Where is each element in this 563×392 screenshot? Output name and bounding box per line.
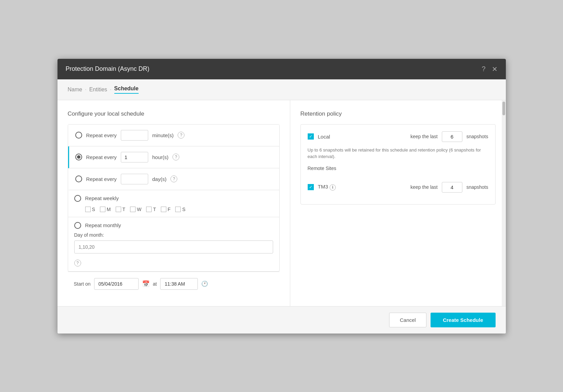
unit-hours: hour(s) [152,154,169,160]
breadcrumb: Name · Entities · Schedule [57,79,506,100]
keep-last-local: keep the last [410,134,437,139]
label-days: Repeat every [86,176,117,182]
schedule-row-monthly: Repeat monthly Day of month: ? [68,217,279,271]
input-hours[interactable] [121,152,148,162]
create-schedule-button[interactable]: Create Schedule [431,313,496,327]
at-label: at [153,281,157,287]
retention-row-local: Local keep the last snapshots [308,131,488,142]
modal-header: Protection Domain (Async DR) ? ✕ [57,59,506,79]
day-item-t1: T [116,207,126,212]
help-minutes[interactable]: ? [178,132,184,139]
cancel-button[interactable]: Cancel [389,313,426,327]
radio-days[interactable] [75,175,82,182]
day-label-f: F [168,207,171,212]
checkbox-tuesday[interactable] [116,207,121,212]
label-weekly: Repeat weekly [85,195,119,201]
local-count-input[interactable] [442,131,462,142]
remote-sites-title: Remote Sites [308,166,488,171]
header-icons: ? ✕ [482,65,497,73]
close-icon[interactable]: ✕ [492,65,498,73]
monthly-header: Repeat monthly [74,222,273,229]
radio-minutes[interactable] [75,132,82,139]
dom-input[interactable] [74,240,273,253]
help-hours[interactable]: ? [172,154,179,160]
day-item-s2: S [175,207,185,212]
checkbox-local[interactable] [308,133,314,140]
start-section: Start on 📅 at 🕐 [68,272,280,296]
checkbox-tm3[interactable] [308,184,314,190]
tm3-text: TM3 [318,184,328,190]
retention-note: Up to 6 snapshots will be retained for t… [308,147,488,160]
scrollbar-thumb[interactable] [502,102,505,115]
day-label-m: M [107,207,111,212]
help-days[interactable]: ? [170,175,177,182]
day-label-t2: T [153,207,156,212]
radio-hours[interactable] [75,154,82,160]
input-days[interactable] [121,174,148,184]
modal-dialog: Protection Domain (Async DR) ? ✕ Name · … [57,59,506,334]
checkbox-friday[interactable] [161,207,166,212]
clock-icon[interactable]: 🕐 [201,280,208,287]
schedule-row-hours: Repeat every hour(s) ? [68,146,279,168]
modal-footer: Cancel Create Schedule [57,306,506,334]
day-label-t1: T [123,207,126,212]
radio-monthly[interactable] [74,222,81,229]
local-label: Local [318,134,407,140]
scrollbar-track[interactable] [502,100,506,306]
calendar-icon[interactable]: 📅 [142,280,150,288]
left-panel: Configure your local schedule Repeat eve… [57,100,290,306]
schedule-row-minutes: Repeat every minute(s) ? [68,125,279,146]
schedule-options: Repeat every minute(s) ? Repeat every ho… [68,124,280,272]
modal-title: Protection Domain (Async DR) [66,65,150,73]
separator-2: · [110,87,111,93]
dom-label: Day of month: [74,232,273,238]
weekly-header: Repeat weekly [74,195,273,202]
radio-weekly[interactable] [74,195,81,202]
day-label-w: W [137,207,141,212]
unit-days: day(s) [152,176,167,182]
tm3-count-input[interactable] [442,182,462,193]
day-checkboxes: S M T W [85,207,273,212]
day-label-s1: S [92,207,95,212]
label-hours: Repeat every [86,154,117,160]
modal-body: Configure your local schedule Repeat eve… [57,100,506,306]
keep-last-tm3: keep the last [410,184,437,190]
retention-row-tm3: TM3 ℹ keep the last snapshots [308,182,488,193]
start-date-input[interactable] [94,278,139,290]
schedule-row-days: Repeat every day(s) ? [68,168,279,190]
left-section-title: Configure your local schedule [68,110,280,117]
separator-1: · [85,87,86,93]
help-monthly[interactable]: ? [74,260,81,266]
checkbox-wednesday[interactable] [130,207,136,212]
right-panel: Retention policy Local keep the last sna… [290,100,506,306]
day-item-s1: S [85,207,95,212]
input-minutes[interactable] [121,130,148,141]
day-item-m: M [100,207,111,212]
tm3-info-icon[interactable]: ℹ [330,184,336,191]
snapshots-tm3: snapshots [466,184,488,190]
help-icon[interactable]: ? [482,65,485,73]
day-label-s2: S [182,207,185,212]
label-monthly: Repeat monthly [85,222,121,228]
day-item-f: F [161,207,171,212]
tm3-label: TM3 ℹ [318,184,407,191]
schedule-row-weekly: Repeat weekly S M T [68,190,279,217]
snapshots-local: snapshots [466,134,488,139]
day-item-w: W [130,207,141,212]
breadcrumb-entities[interactable]: Entities [89,87,107,93]
unit-minutes: minute(s) [152,132,174,138]
breadcrumb-name[interactable]: Name [68,87,82,93]
checkbox-sunday[interactable] [85,207,91,212]
checkbox-thursday[interactable] [146,207,152,212]
retention-box: Local keep the last snapshots Up to 6 sn… [300,124,496,205]
label-minutes: Repeat every [86,132,117,138]
radio-hours-inner [77,155,80,159]
day-item-t2: T [146,207,156,212]
checkbox-monday[interactable] [100,207,105,212]
time-input[interactable] [160,278,198,290]
checkbox-saturday[interactable] [175,207,181,212]
start-label: Start on [74,281,91,287]
right-section-title: Retention policy [300,110,496,117]
breadcrumb-schedule: Schedule [114,86,139,94]
